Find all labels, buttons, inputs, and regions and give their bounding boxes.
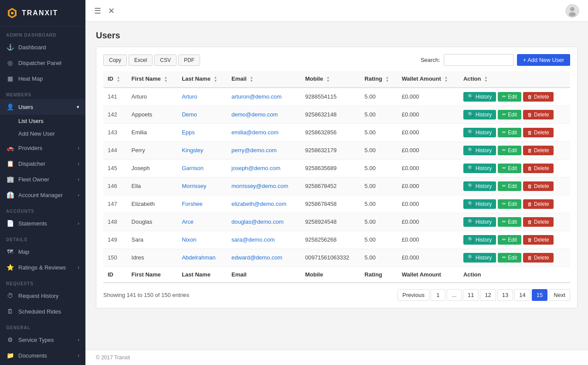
search-input[interactable] xyxy=(444,54,513,66)
pagination-previous[interactable]: Previous xyxy=(398,289,429,301)
sidebar-item-providers[interactable]: 🚗 Providers › xyxy=(0,140,85,156)
copy-button[interactable]: Copy xyxy=(103,55,127,66)
content-area: Users Copy Excel CSV PDF Search: + Add N… xyxy=(85,22,588,350)
last-name-link[interactable]: Epps xyxy=(182,129,195,136)
email-link[interactable]: edward@demo.com xyxy=(231,254,282,261)
search-icon: 🔍 xyxy=(468,183,474,189)
cell-email: perry@demo.com xyxy=(227,141,301,159)
sidebar-item-account-manager[interactable]: 👔 Account Manager › xyxy=(0,187,85,203)
sidebar-item-documents[interactable]: 📁 Documents › xyxy=(0,348,85,363)
edit-button[interactable]: ✏ Edit xyxy=(498,253,521,263)
cell-wallet: £0.000 xyxy=(398,106,459,123)
history-button[interactable]: 🔍 History xyxy=(463,235,496,245)
sidebar-item-users[interactable]: 👤 Users ▾ xyxy=(0,99,85,115)
email-link[interactable]: sara@demo.com xyxy=(231,236,275,243)
edit-button[interactable]: ✏ Edit xyxy=(498,146,521,155)
pdf-button[interactable]: PDF xyxy=(178,55,200,66)
last-name-link[interactable]: Kingsley xyxy=(182,147,203,154)
sidebar-item-dashboard[interactable]: ⚓ Dashboard xyxy=(0,39,85,55)
cell-last-name: Morrissey xyxy=(177,177,227,195)
last-name-link[interactable]: Abdelrahman xyxy=(182,254,215,261)
delete-button[interactable]: 🗑 Delete xyxy=(523,110,554,119)
cell-last-name: Demo xyxy=(177,106,227,123)
delete-button[interactable]: 🗑 Delete xyxy=(523,164,554,173)
hamburger-icon[interactable]: ☰ xyxy=(94,6,101,16)
sidebar-item-ratings-reviews[interactable]: ⭐ Ratings & Reviews › xyxy=(0,259,85,275)
history-button[interactable]: 🔍 History xyxy=(463,181,496,191)
history-button[interactable]: 🔍 History xyxy=(463,146,496,155)
sidebar-item-fleet-owner[interactable]: 🏢 Fleet Owner › xyxy=(0,171,85,187)
last-name-link[interactable]: Garrison xyxy=(182,165,204,171)
delete-button[interactable]: 🗑 Delete xyxy=(523,92,554,102)
delete-button[interactable]: 🗑 Delete xyxy=(523,253,554,263)
history-button[interactable]: 🔍 History xyxy=(463,253,496,263)
edit-button[interactable]: ✏ Edit xyxy=(498,128,521,137)
sidebar-item-dispatcher-panel[interactable]: ◎ Dispatcher Panel xyxy=(0,55,85,71)
accounts-section-label: ACCOUNTS xyxy=(0,203,85,215)
delete-button[interactable]: 🗑 Delete xyxy=(523,146,554,155)
edit-button[interactable]: ✏ Edit xyxy=(498,110,521,119)
email-link[interactable]: elizabeth@demo.com xyxy=(231,201,286,207)
delete-button[interactable]: 🗑 Delete xyxy=(523,181,554,191)
cell-wallet: £0.000 xyxy=(398,249,459,266)
pencil-icon: ✏ xyxy=(502,183,506,189)
col-email: Email ▲▼ xyxy=(227,71,301,88)
sidebar-item-request-history[interactable]: ⏱ Request History xyxy=(0,288,85,304)
excel-button[interactable]: Excel xyxy=(129,55,153,66)
edit-button[interactable]: ✏ Edit xyxy=(498,199,521,209)
last-name-link[interactable]: Arce xyxy=(182,218,194,225)
action-buttons: 🔍 History ✏ Edit 🗑 Delete xyxy=(463,235,566,245)
edit-button[interactable]: ✏ Edit xyxy=(498,217,521,227)
trash-icon: 🗑 xyxy=(527,94,532,99)
pagination-page-14[interactable]: 14 xyxy=(514,289,530,301)
history-button[interactable]: 🔍 History xyxy=(463,199,496,209)
delete-button[interactable]: 🗑 Delete xyxy=(523,235,554,245)
pagination-page-15[interactable]: 15 xyxy=(532,289,547,301)
delete-button[interactable]: 🗑 Delete xyxy=(523,217,554,227)
last-name-link[interactable]: Nixon xyxy=(182,236,196,243)
pagination-page-11[interactable]: 11 xyxy=(463,289,479,301)
add-new-user-button[interactable]: + Add New User xyxy=(517,54,570,66)
sidebar-item-dispatcher[interactable]: 📋 Dispatcher › xyxy=(0,156,85,171)
sidebar-item-scheduled-rides[interactable]: 🗓 Scheduled Rides xyxy=(0,304,85,319)
pagination-page-12[interactable]: 12 xyxy=(480,289,496,301)
sidebar-item-heat-map[interactable]: ▦ Heat Map xyxy=(0,71,85,86)
last-name-link[interactable]: Forshee xyxy=(182,201,203,207)
csv-button[interactable]: CSV xyxy=(154,55,177,66)
sidebar-item-map[interactable]: 🗺 Map xyxy=(0,244,85,259)
email-link[interactable]: morrissey@demo.com xyxy=(231,183,288,189)
sidebar-subitem-list-users[interactable]: List Users xyxy=(0,115,85,127)
edit-button[interactable]: ✏ Edit xyxy=(498,164,521,173)
pagination-page-1[interactable]: 1 xyxy=(431,289,445,301)
email-link[interactable]: joseph@demo.com xyxy=(231,165,280,171)
delete-button[interactable]: 🗑 Delete xyxy=(523,128,554,137)
sidebar-subitem-add-new-user[interactable]: Add New User xyxy=(0,127,85,140)
edit-button[interactable]: ✏ Edit xyxy=(498,181,521,191)
action-buttons: 🔍 History ✏ Edit 🗑 Delete xyxy=(463,92,566,102)
last-name-link[interactable]: Morrissey xyxy=(182,183,206,189)
email-link[interactable]: demo@demo.com xyxy=(231,111,278,118)
cell-mobile: 9258632179 xyxy=(301,141,360,159)
history-button[interactable]: 🔍 History xyxy=(463,110,496,119)
email-link[interactable]: arturon@demo.com xyxy=(231,93,282,100)
email-link[interactable]: emilia@demo.com xyxy=(231,129,279,136)
pagination-next[interactable]: Next xyxy=(549,289,570,301)
sidebar-item-statements[interactable]: 📄 Statements › xyxy=(0,215,85,231)
edit-button[interactable]: ✏ Edit xyxy=(498,235,521,245)
email-link[interactable]: perry@demo.com xyxy=(231,147,277,154)
sidebar-item-service-types[interactable]: ⚙ Service Types › xyxy=(0,332,85,348)
history-button[interactable]: 🔍 History xyxy=(463,217,496,227)
history-button[interactable]: 🔍 History xyxy=(463,128,496,137)
history-button[interactable]: 🔍 History xyxy=(463,164,496,173)
last-name-link[interactable]: Demo xyxy=(182,111,197,118)
pagination-page-13[interactable]: 13 xyxy=(497,289,513,301)
users-table: ID ▲▼ First Name ▲▼ Last Name ▲▼ Email ▲… xyxy=(103,71,570,283)
last-name-link[interactable]: Arturo xyxy=(182,93,197,100)
chevron-down-icon: ▾ xyxy=(77,104,79,110)
edit-button[interactable]: ✏ Edit xyxy=(498,92,521,102)
cell-email: elizabeth@demo.com xyxy=(227,195,301,213)
close-icon[interactable]: ✕ xyxy=(108,6,115,16)
email-link[interactable]: douglas@demo.com xyxy=(231,218,283,225)
delete-button[interactable]: 🗑 Delete xyxy=(523,199,554,209)
history-button[interactable]: 🔍 History xyxy=(463,92,496,102)
